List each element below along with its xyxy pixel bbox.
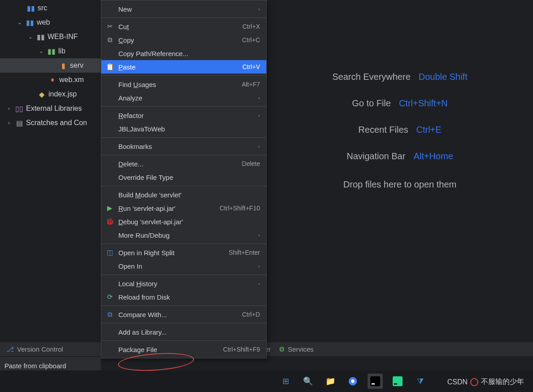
folder-icon: ▮▮ xyxy=(48,47,56,55)
copy-icon: ⧉ xyxy=(106,36,114,44)
folder-icon: ▮▮ xyxy=(27,4,35,12)
tree-item-indexjsp[interactable]: ◆ index.jsp xyxy=(0,87,101,101)
tree-label: src xyxy=(38,4,47,12)
taskbar-vscode[interactable]: ⧩ xyxy=(412,374,428,389)
status-version-control[interactable]: ⎇ Version Control xyxy=(6,345,63,353)
menu-cut[interactable]: ✂ Cut Ctrl+X xyxy=(101,20,266,33)
blank-icon xyxy=(106,49,114,57)
tree-item-webinf[interactable]: ⌄ ▮▮ WEB-INF xyxy=(0,30,101,44)
tree-item-external-libraries[interactable]: › ▯▯ External Libraries xyxy=(0,101,101,116)
scissors-icon: ✂ xyxy=(106,22,114,30)
menu-add-as-library[interactable]: Add as Library... xyxy=(101,325,266,339)
jar-icon: ▮ xyxy=(59,61,67,70)
menu-refactor[interactable]: Refactor › xyxy=(101,109,266,122)
menu-separator xyxy=(101,305,266,306)
menu-copy[interactable]: ⧉ Copy Ctrl+C xyxy=(101,33,266,47)
project-tree: ▮▮ src ⌄ ▮▮ web ⌄ ▮▮ WEB-INF ⌄ ▮▮ lib ▮ … xyxy=(0,0,101,392)
xml-icon: ♦ xyxy=(48,76,56,84)
tree-item-servlet-jar[interactable]: ▮ serv xyxy=(0,58,101,73)
menu-separator xyxy=(101,155,266,155)
chevron-right-icon: › xyxy=(5,120,13,126)
menu-compare-with[interactable]: ⧉ Compare With... Ctrl+D xyxy=(101,308,266,321)
blank-icon xyxy=(106,125,114,133)
tree-item-lib[interactable]: ⌄ ▮▮ lib xyxy=(0,44,101,58)
submenu-arrow-icon: › xyxy=(258,144,260,149)
tree-label: External Libraries xyxy=(26,105,82,113)
tip-navigation-bar: Navigation Bar Alt+Home xyxy=(347,151,453,161)
blank-icon xyxy=(106,262,114,270)
tree-item-web[interactable]: ⌄ ▮▮ web xyxy=(0,15,101,30)
tree-label: web.xm xyxy=(59,76,84,84)
menu-separator xyxy=(101,75,266,76)
menu-override-file-type[interactable]: Override File Type xyxy=(101,170,266,184)
blank-icon xyxy=(106,231,114,239)
menu-separator xyxy=(101,106,266,107)
blank-icon xyxy=(106,345,114,353)
menu-analyze[interactable]: Analyze › xyxy=(101,91,266,105)
menu-find-usages[interactable]: Find Usages Alt+F7 xyxy=(101,78,266,91)
blank-icon xyxy=(106,328,114,336)
drop-hint: Drop files here to open them xyxy=(343,179,456,190)
menu-open-in[interactable]: Open In › xyxy=(101,259,266,273)
submenu-arrow-icon: › xyxy=(258,113,260,118)
menu-run[interactable]: ▶ Run 'servlet-api.jar' Ctrl+Shift+F10 xyxy=(101,201,266,215)
chevron-right-icon: › xyxy=(5,105,13,112)
branch-icon: ⎇ xyxy=(6,345,14,353)
tree-label: lib xyxy=(58,47,65,55)
watermark: CSDN不服输的少年 xyxy=(447,377,524,387)
menu-local-history[interactable]: Local History › xyxy=(101,277,266,290)
menu-copy-path[interactable]: Copy Path/Reference... xyxy=(101,47,266,60)
menu-new[interactable]: New › xyxy=(101,2,266,16)
editor-welcome: Search Everywhere Double Shift Go to Fil… xyxy=(267,0,533,341)
tree-label: serv xyxy=(70,61,83,70)
menu-open-right-split[interactable]: ◫ Open in Right Split Shift+Enter xyxy=(101,246,266,259)
menu-build-module[interactable]: Build Module 'servlet' xyxy=(101,188,266,201)
blank-icon xyxy=(106,142,114,150)
gear-icon: ⚙ xyxy=(279,345,285,353)
tree-item-webxml[interactable]: ♦ web.xm xyxy=(0,73,101,87)
tree-item-scratches[interactable]: › ▤ Scratches and Con xyxy=(0,116,101,130)
play-icon: ▶ xyxy=(106,204,114,212)
taskbar-search[interactable]: 🔍 xyxy=(300,374,316,389)
menu-separator xyxy=(101,17,266,18)
blank-icon xyxy=(106,160,114,168)
svg-rect-5 xyxy=(394,383,397,385)
menu-delete[interactable]: Delete... Delete xyxy=(101,157,266,170)
svg-rect-4 xyxy=(393,376,403,386)
chevron-down-icon: ⌄ xyxy=(16,19,23,26)
taskbar-intellij[interactable] xyxy=(368,374,383,389)
blank-icon xyxy=(106,94,114,102)
blank-icon xyxy=(106,191,114,199)
reload-icon: ⟳ xyxy=(106,293,114,301)
menu-more-run-debug[interactable]: More Run/Debug › xyxy=(101,228,266,242)
taskbar-pycharm[interactable] xyxy=(390,374,405,389)
tip-go-to-file: Go to File Ctrl+Shift+N xyxy=(352,98,448,109)
blank-icon xyxy=(106,5,114,13)
menu-reload-from-disk[interactable]: ⟳ Reload from Disk xyxy=(101,290,266,304)
context-menu: New › ✂ Cut Ctrl+X ⧉ Copy Ctrl+C Copy Pa… xyxy=(101,0,267,358)
menu-debug[interactable]: 🐞 Debug 'servlet-api.jar' xyxy=(101,215,266,228)
blank-icon xyxy=(106,111,114,119)
clipboard-icon: 📋 xyxy=(106,63,114,71)
tree-label: web xyxy=(37,18,50,26)
status-services[interactable]: ⚙ Services xyxy=(279,345,314,353)
library-icon: ▯▯ xyxy=(15,105,23,113)
jsp-icon: ◆ xyxy=(38,90,46,98)
svg-point-1 xyxy=(351,379,354,383)
taskbar-start[interactable]: ⊞ xyxy=(278,374,293,389)
menu-package-file[interactable]: Package File Ctrl+Shift+F9 xyxy=(101,343,266,356)
scratch-icon: ▤ xyxy=(15,119,23,127)
blank-icon xyxy=(106,80,114,88)
blank-icon xyxy=(106,279,114,287)
taskbar-explorer[interactable]: 📁 xyxy=(323,374,338,389)
tree-item-src[interactable]: ▮▮ src xyxy=(0,1,101,15)
split-icon: ◫ xyxy=(106,248,114,257)
menu-bookmarks[interactable]: Bookmarks › xyxy=(101,139,266,153)
menu-jbljavatoweb[interactable]: JBLJavaToWeb xyxy=(101,122,266,135)
tree-label: index.jsp xyxy=(48,90,77,98)
menu-paste[interactable]: 📋 Paste Ctrl+V xyxy=(101,60,266,74)
diff-icon: ⧉ xyxy=(106,310,114,318)
bug-icon: 🐞 xyxy=(106,218,114,226)
menu-separator xyxy=(101,323,266,323)
taskbar-chrome[interactable] xyxy=(345,374,360,389)
